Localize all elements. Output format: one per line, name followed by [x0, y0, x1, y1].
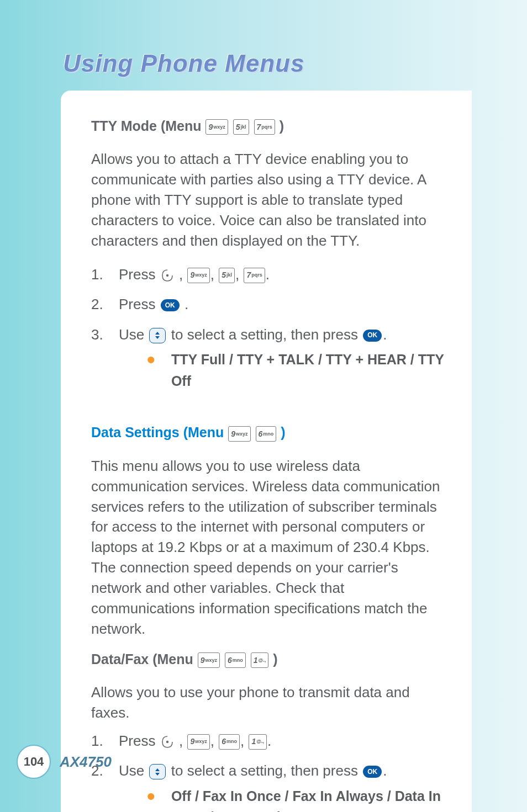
model-label: AX4750: [60, 753, 112, 771]
data-settings-heading: Data Settings (Menu 9wxyz 6mno ): [91, 424, 444, 441]
list-item: 2. Use to select a setting, then press O…: [91, 760, 444, 812]
tty-mode-heading: TTY Mode (Menu 9wxyz 5jkl 7pqrs ): [91, 118, 444, 135]
menu-icon: [161, 735, 174, 749]
datafax-steps: 1. Press , 9wxyz, 6mno, 1@.,. 2. Use: [91, 730, 444, 812]
document-page: Using Phone Menus TTY Mode (Menu 9wxyz 5…: [0, 0, 527, 812]
key-7-icon: 7pqrs: [244, 268, 265, 283]
bullet-icon: ●: [146, 788, 156, 804]
ok-icon: OK: [363, 330, 382, 342]
page-footer: 104 AX4750: [17, 745, 112, 779]
key-9-icon: 9wxyz: [205, 119, 228, 135]
tty-body: Allows you to attach a TTY device enabli…: [91, 149, 444, 251]
heading-suffix: ): [281, 424, 285, 440]
tty-steps: 1. Press , 9wxyz, 5jkl, 7pqrs. 2. Press …: [91, 263, 444, 391]
svg-point-0: [166, 274, 168, 277]
key-9-icon: 9wxyz: [187, 734, 209, 750]
key-1-icon: 1@.,: [251, 652, 269, 668]
list-item: 1. Press , 9wxyz, 6mno, 1@.,.: [91, 730, 444, 752]
content-card: TTY Mode (Menu 9wxyz 5jkl 7pqrs ) Allows…: [61, 91, 472, 812]
list-item: 3. Use to select a setting, then press O…: [91, 323, 444, 392]
key-6-icon: 6mno: [256, 426, 277, 442]
data-fax-body: Allows you to use your phone to transmit…: [91, 682, 444, 723]
key-6-icon: 6mno: [219, 734, 240, 750]
heading-text: Data Settings (Menu: [91, 424, 224, 440]
svg-point-1: [166, 741, 168, 743]
heading-text: TTY Mode (Menu: [91, 118, 202, 134]
page-number: 104: [17, 745, 51, 779]
heading-suffix: ): [280, 118, 284, 134]
option-bullet: ● Off / Fax In Once / Fax In Always / Da…: [119, 786, 444, 812]
chapter-title: Using Phone Menus: [63, 50, 472, 77]
nav-up-down-icon: [149, 328, 166, 343]
key-7-icon: 7pqrs: [254, 119, 275, 135]
key-1-icon: 1@.,: [249, 734, 267, 750]
key-5-icon: 5jkl: [219, 268, 235, 283]
nav-up-down-icon: [149, 764, 166, 779]
key-5-icon: 5jkl: [233, 119, 249, 135]
data-fax-heading: Data/Fax (Menu 9wxyz 6mno 1@., ): [91, 651, 444, 668]
list-item: 2. Press OK .: [91, 293, 444, 315]
list-item: 1. Press , 9wxyz, 5jkl, 7pqrs.: [91, 263, 444, 285]
key-6-icon: 6mno: [225, 652, 246, 668]
heading-text: Data/Fax (Menu: [91, 651, 193, 667]
option-bullet: ● TTY Full / TTY + TALK / TTY + HEAR / T…: [119, 349, 444, 392]
bullet-icon: ●: [146, 352, 156, 367]
ok-icon: OK: [161, 299, 180, 311]
key-9-icon: 9wxyz: [198, 652, 220, 668]
heading-suffix: ): [273, 651, 277, 667]
ok-icon: OK: [363, 766, 382, 778]
key-9-icon: 9wxyz: [187, 268, 209, 283]
key-9-icon: 9wxyz: [228, 426, 250, 442]
data-settings-body: This menu allows you to use wireless dat…: [91, 456, 444, 639]
menu-icon: [161, 268, 174, 283]
